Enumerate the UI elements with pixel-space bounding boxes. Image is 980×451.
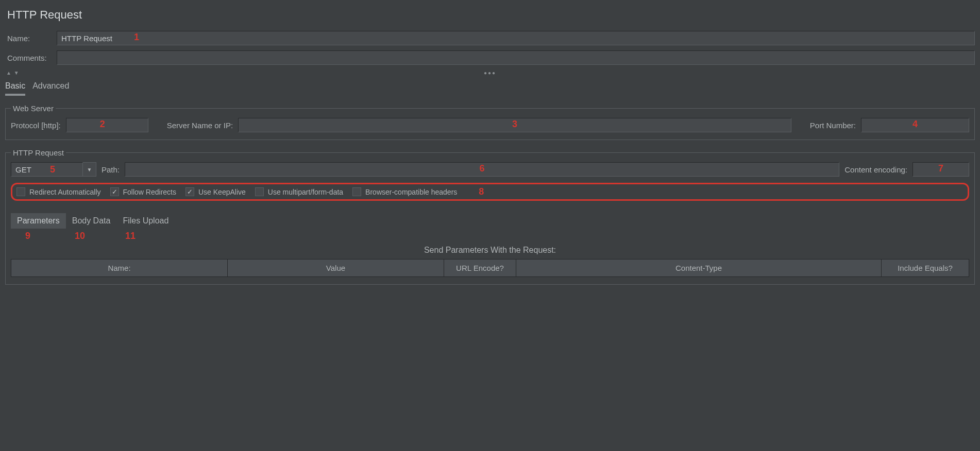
checkbox-follow-redirects[interactable]: Follow Redirects [110,187,176,196]
checkbox-icon [185,187,194,196]
path-label: Path: [102,165,120,174]
checkbox-icon [16,187,25,196]
col-value[interactable]: Value [228,259,444,277]
checkbox-icon [110,187,119,196]
drag-handle-icon[interactable]: ●●● [484,70,496,76]
sub-tabs: Parameters Body Data Files Upload [11,213,969,229]
col-content-type[interactable]: Content-Type [516,259,882,277]
subtab-parameters[interactable]: Parameters [11,213,66,229]
http-request-group: HTTP Request GET ▼ 5 Path: 6 Content enc… [5,148,975,285]
tab-basic[interactable]: Basic [5,79,25,96]
checkbox-follow-redirects-label: Follow Redirects [123,188,176,196]
checkbox-icon [352,187,361,196]
method-dropdown-arrow-icon[interactable]: ▼ [83,162,96,177]
checkbox-multipart[interactable]: Use multipart/form-data [255,187,343,196]
http-request-legend: HTTP Request [11,148,66,157]
annotation-11: 11 [125,231,136,241]
web-server-group: Web Server Protocol [http]: 2 Server Nam… [5,104,975,140]
server-label: Server Name or IP: [167,121,233,130]
checkbox-icon [255,187,264,196]
col-name[interactable]: Name: [11,259,228,277]
checkbox-multipart-label: Use multipart/form-data [268,188,343,196]
checkbox-keepalive-label: Use KeepAlive [198,188,246,196]
annotation-4: 4 [913,119,918,130]
port-label: Port Number: [810,121,856,130]
main-tabs: Basic Advanced [5,79,975,96]
method-combo[interactable]: GET ▼ 5 [11,162,96,177]
name-input[interactable] [57,31,975,45]
expand-collapse-arrows-icon[interactable]: ▲ ▼ [6,70,20,76]
col-url-encode[interactable]: URL Encode? [444,259,516,277]
subtab-files-upload[interactable]: Files Upload [116,213,175,229]
checkbox-keepalive[interactable]: Use KeepAlive [185,187,246,196]
parameters-title: Send Parameters With the Request: [11,246,969,255]
checkbox-redirect-auto-label: Redirect Automatically [29,188,101,196]
comments-label: Comments: [5,54,57,62]
annotation-10: 10 [75,231,85,241]
table-header-row: Name: Value URL Encode? Content-Type Inc… [11,259,969,277]
annotation-1: 1 [134,32,139,43]
subtab-body-data[interactable]: Body Data [66,213,117,229]
col-include-equals[interactable]: Include Equals? [882,259,969,277]
annotation-3: 3 [512,119,517,130]
splitter[interactable]: ▲ ▼ ●●● [5,70,975,77]
annotation-2: 2 [100,119,105,130]
web-server-legend: Web Server [11,104,56,113]
protocol-input[interactable] [66,118,148,132]
name-label: Name: [5,34,57,43]
checkbox-row: Redirect Automatically Follow Redirects … [11,183,969,201]
annotation-8: 8 [479,186,484,197]
checkbox-redirect-auto[interactable]: Redirect Automatically [16,187,101,196]
tab-advanced[interactable]: Advanced [32,79,69,96]
annotation-9: 9 [25,231,30,241]
annotation-7: 7 [938,163,943,174]
method-value[interactable]: GET [11,162,83,177]
parameters-table: Name: Value URL Encode? Content-Type Inc… [11,259,969,277]
page-title: HTTP Request [7,8,975,22]
protocol-label: Protocol [http]: [11,121,61,130]
checkbox-browser-headers[interactable]: Browser-compatible headers [352,187,457,196]
annotation-5: 5 [50,164,55,175]
annotation-6: 6 [480,163,485,174]
comments-input[interactable] [57,50,975,65]
checkbox-browser-headers-label: Browser-compatible headers [365,188,457,196]
encoding-label: Content encoding: [844,165,907,174]
